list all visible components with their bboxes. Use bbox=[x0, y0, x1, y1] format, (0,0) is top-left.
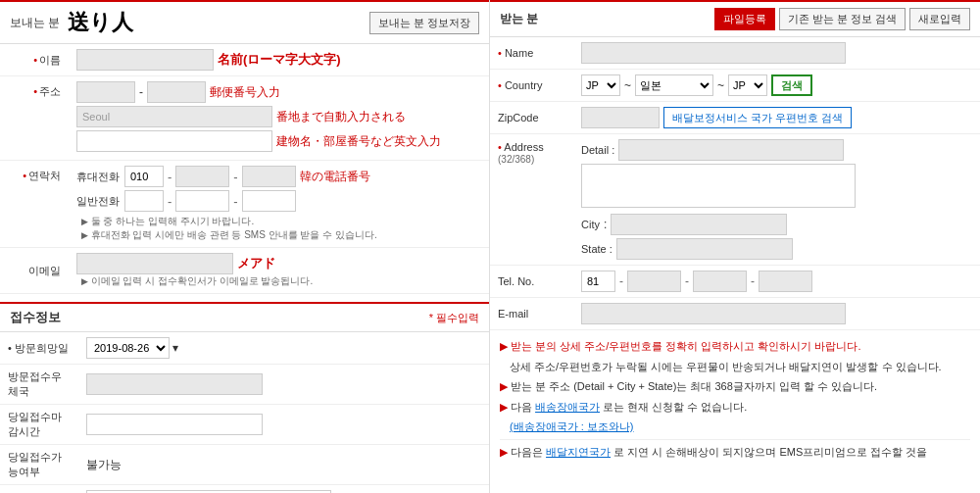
land-sep2: - bbox=[233, 194, 237, 209]
city-label-inline: City bbox=[581, 219, 600, 230]
receiver-notes: ▶ 받는 분의 상세 주소/우편번호를 정확히 입력하시고 확인하시기 바랍니다… bbox=[490, 330, 980, 471]
receiver-tel-label: Tel. No. bbox=[490, 266, 573, 298]
same-day-time-input-cell bbox=[78, 405, 489, 445]
state-label-inline: State : bbox=[581, 243, 612, 255]
address-row: •주소 - 郵便番号入力 番地まで自動入力される bbox=[0, 76, 489, 161]
reception-header: 접수정보 * 필수입력 bbox=[0, 304, 489, 332]
special-input-cell bbox=[78, 485, 489, 494]
note5-item: (배송장애국가 : 보조와나) bbox=[500, 419, 970, 435]
city-input[interactable] bbox=[611, 214, 787, 235]
landline-label: 일반전화 bbox=[76, 194, 121, 209]
search-receiver-button[interactable]: 기존 받는 분 정보 검색 bbox=[779, 8, 906, 30]
next-text: 다음은 배달지연국가 로 지연 시 손해배상이 되지않으며 EMS프리미엄으로 … bbox=[511, 444, 927, 461]
tel-input-4[interactable] bbox=[759, 271, 812, 292]
postal-input-1[interactable] bbox=[76, 81, 135, 103]
sender-name-input[interactable] bbox=[76, 49, 214, 71]
address-label: •주소 bbox=[0, 76, 69, 161]
receiver-email-input[interactable] bbox=[581, 303, 846, 324]
next-note-item: ▶ 다음은 배달지연국가 로 지연 시 손해배상이 되지않으며 EMS프리미엄으… bbox=[500, 439, 970, 461]
mobile-input-3[interactable] bbox=[242, 166, 296, 187]
email-note: 이메일 입력 시 접수확인서가 이메일로 발송됩니다. bbox=[76, 274, 481, 288]
same-day-time-label: 당일접수마감시간 bbox=[0, 405, 78, 445]
sender-label-small: 보내는 분 bbox=[10, 15, 60, 31]
mobile-input-2[interactable] bbox=[175, 166, 229, 187]
tel-sep2: - bbox=[685, 274, 689, 288]
shipment-restriction-link[interactable]: 배송장애국가 bbox=[535, 401, 600, 413]
save-sender-button[interactable]: 보내는 분 정보저장 bbox=[369, 12, 479, 34]
postal-input-2[interactable] bbox=[147, 81, 206, 103]
zipcode-search-button[interactable]: 배달보정서비스 국가 우편번호 검색 bbox=[663, 107, 852, 128]
same-day-time-input[interactable] bbox=[86, 414, 263, 435]
visit-office-input[interactable] bbox=[86, 373, 263, 395]
address-char-count: (32/368) bbox=[498, 154, 534, 165]
mobile-prefix-input[interactable] bbox=[124, 166, 164, 187]
visit-office-input-cell bbox=[78, 365, 489, 405]
same-day-avail-text: 불가능 bbox=[86, 458, 122, 471]
receiver-tel-row: Tel. No. - - - bbox=[490, 266, 980, 298]
receiver-zipcode-row: ZipCode 배달보정서비스 국가 우편번호 검색 bbox=[490, 102, 980, 134]
receiver-name-row: • Name bbox=[490, 37, 980, 70]
visit-date-row: • 방문희망일 2019-08-26 ▾ bbox=[0, 332, 489, 365]
name-input-cell: 名前(ローマ字大文字) bbox=[69, 44, 489, 76]
detail-label: Detail : bbox=[581, 144, 614, 156]
delay-country-link[interactable]: 배달지연국가 bbox=[546, 446, 611, 458]
address-input-cell: - 郵便番号入力 番地まで自動入力される 建物名・部屋番号など英文入力 bbox=[69, 76, 489, 161]
address-textarea[interactable] bbox=[581, 164, 856, 208]
address-line1-input[interactable] bbox=[76, 106, 272, 127]
mobile-annotation: 韓の電話番号 bbox=[300, 169, 370, 185]
receiver-header-buttons: 파일등록 기존 받는 분 정보 검색 새로입력 bbox=[714, 8, 970, 30]
note3-arrow: ▶ bbox=[500, 378, 508, 395]
mobile-sep1: - bbox=[168, 170, 172, 184]
receiver-tel-input-cell: - - - bbox=[573, 266, 980, 298]
receiver-country-label: • Country bbox=[490, 70, 573, 102]
visit-date-input-cell: 2019-08-26 ▾ bbox=[78, 332, 489, 365]
tel-input-3[interactable] bbox=[693, 271, 747, 292]
tel-country-input[interactable] bbox=[581, 271, 615, 292]
city-colon: : bbox=[604, 218, 607, 231]
address-line2-input[interactable] bbox=[76, 130, 272, 152]
email-annotation: メアド bbox=[237, 255, 275, 272]
landline-input-3[interactable] bbox=[242, 190, 296, 212]
postal-separator: - bbox=[139, 85, 143, 99]
landline-input-1[interactable] bbox=[124, 190, 164, 212]
receiver-email-label: E-mail bbox=[490, 298, 573, 330]
state-input[interactable] bbox=[616, 238, 793, 260]
receiver-name-input-cell bbox=[573, 37, 980, 70]
note4-arrow: ▶ bbox=[500, 399, 508, 416]
reception-title: 접수정보 bbox=[10, 309, 61, 326]
address-annotation1: 番地まで自動入力される bbox=[276, 109, 406, 125]
receiver-address-row: • Address (32/368) Detail : City : bbox=[490, 134, 980, 266]
postal-annotation: 郵便番号入力 bbox=[210, 84, 280, 101]
country-search-button[interactable]: 검색 bbox=[771, 74, 812, 96]
name-row: •이름 名前(ローマ字大文字) bbox=[0, 44, 489, 76]
special-row: 특이사항 bbox=[0, 485, 489, 494]
visit-date-select[interactable]: 2019-08-26 bbox=[86, 337, 170, 359]
landline-input-2[interactable] bbox=[175, 190, 229, 212]
contact-input-cell: 휴대전화 - - 韓の電話番号 일반전화 - - bbox=[69, 161, 489, 248]
receiver-address-input-cell: Detail : City : State : bbox=[573, 134, 980, 266]
receiver-name-input[interactable] bbox=[581, 42, 846, 64]
file-register-button[interactable]: 파일등록 bbox=[714, 8, 775, 30]
reception-form: • 방문희망일 2019-08-26 ▾ 방문접수우체국 당일접수마감 bbox=[0, 332, 489, 493]
contact-note2: 휴대전화 입력 시에만 배송 관련 등 SMS 안내를 받을 수 있습니다. bbox=[76, 228, 481, 242]
tel-input-2[interactable] bbox=[627, 271, 681, 292]
contact-label: •연락처 bbox=[0, 161, 69, 248]
country-code-select[interactable]: JP bbox=[581, 74, 620, 96]
receiver-name-label: • Name bbox=[490, 37, 573, 70]
note1-item: ▶ 받는 분의 상세 주소/우편번호를 정확히 입력하시고 확인하시기 바랍니다… bbox=[500, 338, 970, 355]
country-code-select2[interactable]: JP bbox=[728, 74, 767, 96]
sender-form: •이름 名前(ローマ字大文字) •주소 - bbox=[0, 44, 489, 294]
zipcode-input[interactable] bbox=[581, 107, 660, 128]
receiver-form: • Name • Country JP ~ bbox=[490, 37, 980, 330]
sender-email-input[interactable] bbox=[76, 253, 233, 274]
receiver-email-input-cell bbox=[573, 298, 980, 330]
new-entry-button[interactable]: 새로입력 bbox=[909, 8, 970, 30]
detail-input[interactable] bbox=[618, 139, 844, 161]
tel-sep3: - bbox=[751, 274, 755, 288]
name-annotation: 名前(ローマ字大文字) bbox=[218, 51, 341, 69]
restriction-detail-link[interactable]: (배송장애국가 : 보조와나) bbox=[500, 419, 634, 435]
email-input-cell: メアド 이메일 입력 시 접수확인서가 이메일로 발송됩니다. bbox=[69, 248, 489, 294]
same-day-avail-row: 당일접수가능여부 불가능 bbox=[0, 445, 489, 485]
same-day-avail-label: 당일접수가능여부 bbox=[0, 445, 78, 485]
country-name-select[interactable]: 일본 bbox=[635, 74, 713, 96]
